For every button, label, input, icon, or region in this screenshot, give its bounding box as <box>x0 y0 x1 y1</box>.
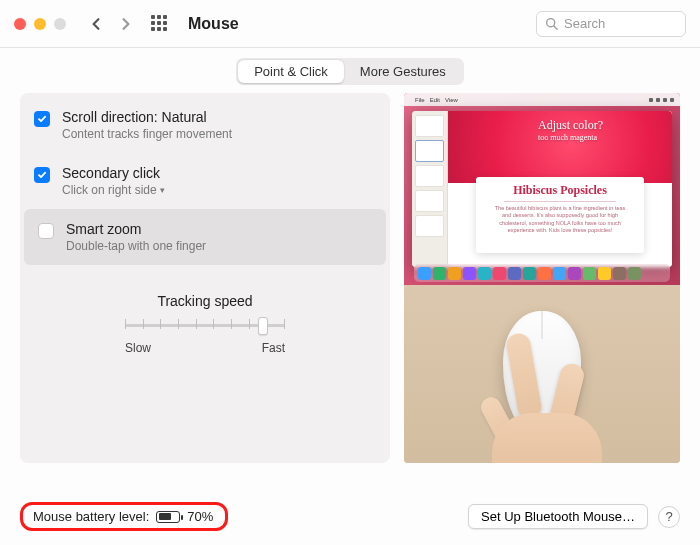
grid-icon <box>151 15 169 33</box>
show-all-button[interactable] <box>148 12 172 36</box>
option-scroll-direction[interactable]: Scroll direction: Natural Content tracks… <box>20 97 390 153</box>
battery-label: Mouse battery level: <box>33 509 149 524</box>
close-window-button[interactable] <box>14 18 26 30</box>
search-field[interactable]: Search <box>536 11 686 37</box>
search-placeholder: Search <box>564 16 605 31</box>
footer: Mouse battery level: 70% Set Up Bluetoot… <box>0 492 700 545</box>
option-smart-zoom[interactable]: Smart zoom Double-tap with one finger <box>24 209 386 265</box>
option-subtitle-dropdown[interactable]: Click on right side ▾ <box>62 183 165 197</box>
preview-card-body: The beautiful hibiscus plant is a fine i… <box>486 205 634 235</box>
preview-menubar: FileEditView <box>404 93 680 106</box>
setup-bluetooth-mouse-button[interactable]: Set Up Bluetooth Mouse… <box>468 504 648 529</box>
option-subtitle: Double-tap with one finger <box>66 239 206 253</box>
gesture-preview: FileEditView Adjust color? <box>404 93 680 463</box>
back-button[interactable] <box>84 12 108 36</box>
pane-title: Mouse <box>188 15 239 33</box>
tab-point-and-click[interactable]: Point & Click <box>238 60 344 83</box>
slider-max-label: Fast <box>262 341 285 355</box>
toolbar: Mouse Search <box>0 0 700 48</box>
battery-icon <box>156 511 180 523</box>
tracking-speed-label: Tracking speed <box>20 293 390 309</box>
checkbox-scroll-direction[interactable] <box>34 111 50 127</box>
option-title: Smart zoom <box>66 221 206 237</box>
option-title: Scroll direction: Natural <box>62 109 232 125</box>
option-title: Secondary click <box>62 165 165 181</box>
preview-hand-area <box>404 285 680 463</box>
svg-line-1 <box>554 26 557 29</box>
content-area: Scroll direction: Natural Content tracks… <box>0 93 700 492</box>
tabs-row: Point & Click More Gestures <box>0 48 700 93</box>
search-icon <box>545 17 558 30</box>
tab-more-gestures[interactable]: More Gestures <box>344 60 462 83</box>
preview-app-window: Adjust color? too much magenta Hibiscus … <box>412 111 672 267</box>
slider-min-label: Slow <box>125 341 151 355</box>
zoom-window-button <box>54 18 66 30</box>
checkbox-secondary-click[interactable] <box>34 167 50 183</box>
slider-knob[interactable] <box>258 317 268 335</box>
forward-button <box>114 12 138 36</box>
preview-dock <box>414 264 670 282</box>
battery-status-highlight: Mouse battery level: 70% <box>20 502 228 531</box>
preview-card-title: Hibiscus Popsicles <box>486 183 634 198</box>
tracking-speed-slider[interactable] <box>125 315 285 335</box>
tab-segmented-control: Point & Click More Gestures <box>236 58 464 85</box>
nav-buttons <box>84 12 138 36</box>
options-panel: Scroll direction: Natural Content tracks… <box>20 93 390 463</box>
option-subtitle: Content tracks finger movement <box>62 127 232 141</box>
preferences-window: Mouse Search Point & Click More Gestures… <box>0 0 700 545</box>
preview-hero-text: Adjust color? too much magenta <box>538 119 603 143</box>
battery-percent: 70% <box>187 509 213 524</box>
checkbox-smart-zoom[interactable] <box>38 223 54 239</box>
minimize-window-button[interactable] <box>34 18 46 30</box>
preview-column: FileEditView Adjust color? <box>404 93 680 463</box>
chevron-down-icon: ▾ <box>160 185 165 195</box>
option-secondary-click[interactable]: Secondary click Click on right side ▾ <box>20 153 390 209</box>
help-button[interactable]: ? <box>658 506 680 528</box>
window-controls <box>14 18 66 30</box>
tracking-speed-group: Tracking speed Slow Fast <box>20 293 390 355</box>
